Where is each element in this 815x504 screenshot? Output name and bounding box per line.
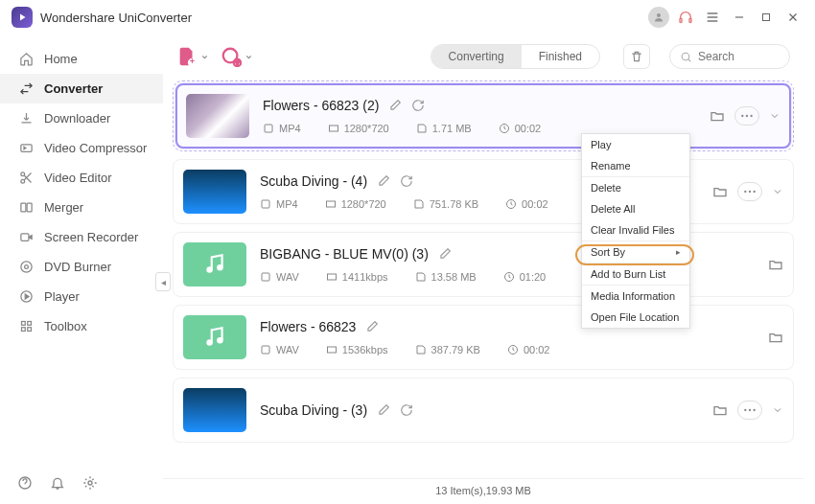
svg-rect-32 — [329, 126, 338, 131]
user-avatar[interactable] — [648, 7, 669, 28]
add-url-button[interactable]: + — [221, 46, 253, 67]
svg-point-35 — [746, 115, 748, 117]
file-card-selected-wrap: Flowers - 66823 (2) MP4 1280*720 1.71 MB… — [173, 80, 794, 151]
svg-point-30 — [682, 53, 689, 60]
svg-point-44 — [217, 264, 223, 271]
file-card[interactable]: BIGBANG - BLUE MV(0) (3) WAV 1411kbps 13… — [173, 232, 794, 297]
status-bar: 13 Item(s),19.93 MB — [163, 478, 803, 504]
sidebar-item-converter[interactable]: Converter — [0, 74, 163, 103]
svg-point-55 — [754, 409, 756, 411]
more-button[interactable] — [737, 401, 762, 420]
sidebar-item-home[interactable]: Home — [0, 44, 163, 74]
home-icon — [17, 52, 35, 66]
folder-icon[interactable] — [768, 257, 783, 272]
toolbar: + + Converting Finished — [163, 34, 803, 77]
file-thumbnail-audio — [183, 315, 246, 359]
file-title: BIGBANG - BLUE MV(0) (3) — [260, 246, 429, 262]
svg-rect-51 — [327, 347, 336, 353]
add-file-button[interactable]: + — [176, 45, 209, 68]
close-button[interactable] — [782, 7, 803, 28]
sidebar-item-editor[interactable]: Video Editor — [0, 163, 163, 193]
refresh-icon[interactable] — [400, 403, 413, 417]
folder-icon[interactable] — [710, 108, 725, 124]
context-item-sort-by[interactable]: Sort By▸ — [582, 241, 689, 263]
svg-point-0 — [657, 13, 661, 17]
headset-icon[interactable] — [675, 7, 696, 28]
sidebar-item-merger[interactable]: Merger — [0, 193, 163, 222]
svg-point-41 — [749, 191, 751, 193]
help-icon[interactable] — [17, 475, 33, 491]
context-item-media-info[interactable]: Media Information — [582, 285, 689, 307]
search-box[interactable] — [669, 44, 790, 69]
sidebar: Home Converter Downloader Video Compress… — [0, 34, 163, 504]
chevron-down-icon — [244, 53, 253, 61]
edit-icon[interactable] — [377, 174, 390, 188]
hamburger-menu-icon[interactable] — [702, 7, 723, 28]
sidebar-item-label: Screen Recorder — [44, 230, 138, 244]
svg-rect-19 — [21, 322, 25, 326]
settings-icon[interactable] — [82, 475, 98, 491]
titlebar: Wondershare UniConverter — [0, 0, 815, 34]
play-icon — [17, 289, 35, 304]
more-button[interactable] — [737, 182, 762, 201]
context-item-rename[interactable]: Rename — [582, 155, 689, 176]
sidebar-item-label: Toolbox — [44, 319, 87, 333]
file-card[interactable]: Scuba Diving - (4) MP4 1280*720 751.78 K… — [173, 159, 794, 224]
folder-icon[interactable] — [712, 184, 728, 199]
minimize-button[interactable] — [729, 7, 750, 28]
more-button[interactable] — [734, 106, 759, 126]
edit-icon[interactable] — [388, 99, 402, 112]
collapse-sidebar-handle[interactable]: ◂ — [155, 272, 171, 291]
svg-rect-46 — [327, 274, 336, 280]
context-item-delete-all[interactable]: Delete All — [582, 198, 689, 219]
context-item-play[interactable]: Play — [582, 134, 689, 155]
context-item-add-burn[interactable]: Add to Burn List — [582, 263, 689, 285]
refresh-icon[interactable] — [411, 99, 425, 112]
app-logo — [12, 7, 33, 28]
edit-icon[interactable] — [365, 320, 379, 333]
svg-rect-37 — [262, 200, 269, 208]
svg-point-12 — [20, 179, 24, 183]
file-thumbnail — [183, 388, 246, 432]
file-card[interactable]: Scuba Diving - (3) — [173, 378, 794, 443]
sidebar-item-dvd[interactable]: DVD Burner — [0, 252, 163, 282]
chevron-down-icon[interactable] — [769, 110, 780, 122]
file-thumbnail-audio — [183, 242, 246, 286]
context-item-open-location[interactable]: Open File Location — [582, 307, 689, 328]
sidebar-item-toolbox[interactable]: Toolbox — [0, 311, 163, 341]
svg-point-54 — [749, 409, 751, 411]
svg-rect-7 — [763, 14, 770, 21]
chevron-right-icon: ▸ — [676, 247, 681, 257]
maximize-button[interactable] — [756, 7, 777, 28]
sidebar-item-label: Video Compressor — [44, 141, 147, 155]
file-card[interactable]: Flowers - 66823 (2) MP4 1280*720 1.71 MB… — [175, 83, 791, 149]
file-card[interactable]: Flowers - 66823 WAV 1536kbps 387.79 KB 0… — [173, 305, 794, 370]
sidebar-item-recorder[interactable]: Screen Recorder — [0, 222, 163, 252]
svg-point-11 — [20, 172, 24, 176]
svg-rect-20 — [27, 322, 31, 326]
edit-icon[interactable] — [377, 403, 390, 417]
tab-finished[interactable]: Finished — [522, 45, 599, 68]
chevron-down-icon[interactable] — [772, 186, 783, 197]
trash-button[interactable] — [623, 44, 650, 69]
edit-icon[interactable] — [438, 247, 452, 261]
context-item-clear-invalid[interactable]: Clear Invalid Files — [582, 219, 689, 241]
svg-point-53 — [744, 409, 746, 411]
refresh-icon[interactable] — [400, 174, 413, 188]
chevron-down-icon[interactable] — [772, 404, 783, 416]
folder-icon[interactable] — [768, 330, 783, 345]
tab-converting[interactable]: Converting — [431, 45, 522, 68]
sidebar-item-downloader[interactable]: Downloader — [0, 103, 163, 133]
folder-icon[interactable] — [712, 402, 728, 418]
sidebar-item-compressor[interactable]: Video Compressor — [0, 133, 163, 163]
sidebar-item-player[interactable]: Player — [0, 282, 163, 311]
search-input[interactable] — [698, 50, 775, 63]
svg-rect-31 — [265, 125, 272, 132]
bell-icon[interactable] — [50, 475, 65, 491]
sidebar-item-label: Downloader — [44, 111, 110, 126]
sidebar-item-label: Merger — [44, 200, 83, 215]
context-item-delete[interactable]: Delete — [582, 176, 689, 198]
scissors-icon — [17, 171, 35, 185]
file-list: Flowers - 66823 (2) MP4 1280*720 1.71 MB… — [163, 77, 803, 478]
svg-rect-13 — [20, 203, 25, 212]
